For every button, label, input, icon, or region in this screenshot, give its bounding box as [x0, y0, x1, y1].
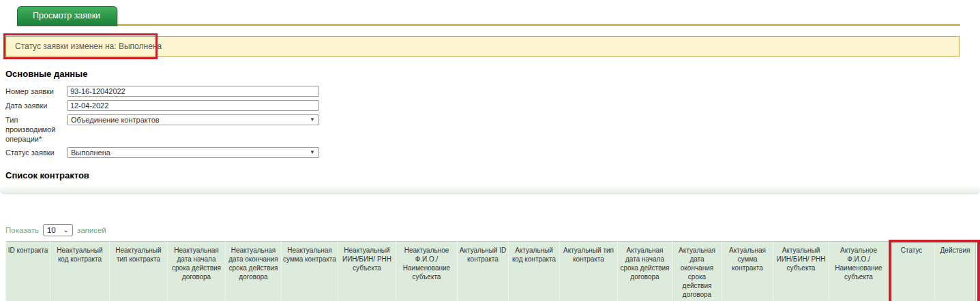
tab-underline: [117, 3, 960, 26]
field-row-operation-type: Тип производимой операции* Объединение к…: [5, 114, 980, 144]
column-header: Неактуальный код контракта: [50, 242, 110, 301]
tab-bar: Просмотр заявки: [0, 3, 960, 26]
request-number-label: Номер заявки: [5, 86, 67, 97]
page-size-value: 10: [47, 226, 56, 234]
section-title-main-data: Основные данные: [5, 69, 980, 79]
field-row-request-number: Номер заявки: [5, 86, 980, 97]
contracts-table: ID контрактаНеактуальный код контрактаНе…: [5, 241, 976, 301]
page-size-select[interactable]: 10 ⌄: [43, 224, 73, 236]
column-header: Актуальный тип контракта: [560, 242, 618, 301]
status-banner: Статус заявки изменен на: Выполнена: [5, 36, 960, 57]
column-header: ID контракта: [6, 242, 50, 301]
request-date-input[interactable]: [67, 100, 319, 111]
column-header: Актуальная дата начала срока действия до…: [618, 242, 672, 301]
tab-view-request[interactable]: Просмотр заявки: [17, 6, 117, 26]
column-header: Актуальный код контракта: [509, 242, 560, 301]
field-row-request-status: Статус заявки Выполнена ▼: [5, 147, 980, 158]
page-size-row: Показать 10 ⌄ записей: [5, 224, 980, 236]
contracts-table-wrap: ID контрактаНеактуальный код контрактаНе…: [5, 241, 977, 301]
column-header: Неактуальная дата начала срока действия …: [168, 242, 226, 301]
column-header: Актуальная дата окончания срока действия…: [672, 242, 722, 301]
column-header: Неактуальный ИИН/БИН/ РНН субъекта: [338, 242, 396, 301]
request-status-value: Выполнена: [71, 148, 110, 157]
request-status-label: Статус заявки: [5, 147, 67, 158]
status-banner-text: Статус заявки изменен на: Выполнена: [15, 42, 162, 51]
tab-label: Просмотр заявки: [33, 11, 100, 20]
column-header: Актуальная сумма контракта: [722, 242, 773, 301]
show-label: Показать: [5, 226, 39, 234]
records-label: записей: [77, 226, 106, 234]
page: Просмотр заявки Статус заявки изменен на…: [0, 0, 980, 301]
operation-type-select[interactable]: Объединение контрактов ▼: [67, 114, 319, 125]
section-title-contracts: Список контрактов: [5, 170, 980, 180]
request-status-select[interactable]: Выполнена ▼: [67, 147, 319, 158]
status-banner-wrap: Статус заявки изменен на: Выполнена: [5, 36, 960, 57]
column-header: Неактуальный тип контракта: [110, 242, 168, 301]
chevron-down-icon: ⌄: [63, 227, 69, 234]
main-form: Номер заявки Дата заявки Тип производимо…: [5, 86, 980, 158]
table-header-row: ID контрактаНеактуальный код контрактаНе…: [6, 242, 976, 301]
column-header: Действия: [935, 242, 976, 301]
column-header: Статус: [889, 242, 935, 301]
field-row-request-date: Дата заявки: [5, 100, 980, 111]
column-header: Актуальный ID контракта: [458, 242, 509, 301]
toolbar-divider: [0, 186, 980, 194]
request-number-input[interactable]: [67, 86, 319, 97]
dropdown-arrow-icon: ▼: [310, 150, 315, 155]
column-header: Неактуальное Ф.И.О./ Наименование субъек…: [396, 242, 458, 301]
column-header: Актуальное Ф.И.О./ Наименование субъекта: [829, 242, 889, 301]
operation-type-label: Тип производимой операции*: [5, 114, 67, 144]
column-header: Неактуальная дата окончания срока действ…: [226, 242, 282, 301]
column-header: Актуальный ИИН/БИН/ РНН субъекта: [773, 242, 829, 301]
request-date-label: Дата заявки: [5, 100, 67, 111]
dropdown-arrow-icon: ▼: [310, 117, 315, 123]
operation-type-value: Объединение контрактов: [71, 116, 160, 124]
column-header: Неактуальная сумма контракта: [282, 242, 338, 301]
